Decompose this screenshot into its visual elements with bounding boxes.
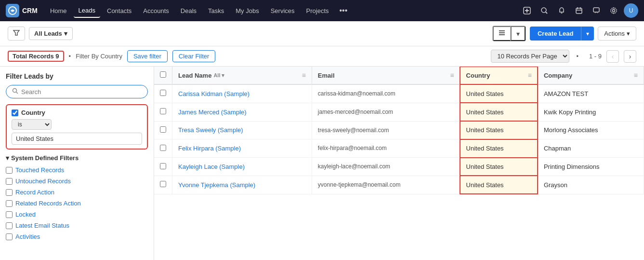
lead-name-link[interactable]: Carissa Kidman (Sample)	[178, 90, 250, 97]
system-filter-touched: Touched Records	[6, 164, 148, 176]
add-icon[interactable]	[520, 3, 534, 18]
view-toggle: ▾	[492, 26, 526, 41]
row-checkbox-cell	[154, 84, 172, 103]
create-lead-button[interactable]: Create Lead	[530, 27, 581, 41]
row-checkbox[interactable]	[160, 163, 166, 169]
system-filter-email-status: Latest Email Status	[6, 220, 148, 231]
record-action-label[interactable]: Record Action	[15, 189, 54, 196]
logo-text: CRM	[22, 7, 38, 14]
row-checkbox-cell	[154, 139, 172, 158]
clear-filter-button[interactable]: Clear Filter	[172, 50, 216, 62]
row-checkbox[interactable]	[160, 108, 166, 114]
nav-projects[interactable]: Projects	[302, 4, 334, 17]
nav-services[interactable]: Services	[266, 4, 300, 17]
system-filters-title: ▾ System Defined Filters	[6, 154, 148, 162]
search-icon[interactable]	[537, 3, 552, 18]
table-body: Carissa Kidman (Sample) carissa-kidman@n…	[154, 84, 644, 194]
row-lead-name-cell: Felix Hirpara (Sample)	[172, 139, 312, 158]
activities-label[interactable]: Activities	[15, 233, 40, 240]
lead-name-link[interactable]: Tresa Sweely (Sample)	[178, 126, 243, 134]
nav-icons-group: U	[520, 3, 638, 18]
locked-checkbox[interactable]	[6, 211, 13, 218]
row-email-cell: carissa-kidman@noemail.com	[312, 84, 460, 103]
company-col-menu-icon[interactable]: ≡	[634, 71, 638, 79]
touched-records-label[interactable]: Touched Records	[15, 166, 64, 174]
touched-records-checkbox[interactable]	[6, 167, 13, 174]
country-col-menu-icon[interactable]: ≡	[528, 71, 532, 79]
row-checkbox[interactable]	[160, 181, 166, 187]
row-email-cell: felix-hirpara@noemail.com	[312, 139, 460, 158]
row-checkbox[interactable]	[160, 145, 166, 151]
nav-more[interactable]: •••	[336, 3, 352, 18]
email-value: kayleigh-lace@noemail.com	[318, 163, 390, 170]
nav-accounts[interactable]: Accounts	[138, 4, 173, 17]
row-checkbox[interactable]	[160, 90, 166, 96]
chat-icon[interactable]	[589, 3, 604, 18]
row-country-cell: United States	[460, 121, 538, 139]
filter-button[interactable]	[8, 27, 25, 41]
calendar-icon[interactable]	[572, 3, 586, 18]
email-value: felix-hirpara@noemail.com	[318, 145, 387, 151]
activities-checkbox[interactable]	[6, 233, 13, 240]
untouched-records-checkbox[interactable]	[6, 178, 13, 185]
list-view-button[interactable]	[493, 26, 511, 41]
actions-button[interactable]: Actions ▾	[598, 27, 636, 41]
system-filter-locked: Locked	[6, 209, 148, 220]
row-checkbox[interactable]	[160, 126, 166, 133]
related-records-checkbox[interactable]	[6, 200, 13, 207]
create-lead-dropdown-button[interactable]: ▾	[581, 27, 594, 41]
email-col-menu-icon[interactable]: ≡	[450, 71, 454, 79]
email-status-label[interactable]: Latest Email Status	[15, 222, 69, 229]
lead-name-col-menu-icon[interactable]: ≡	[302, 71, 306, 79]
lead-name-col-label: Lead Name	[178, 72, 211, 79]
logo-icon	[6, 4, 19, 17]
country-value: United States	[466, 145, 504, 152]
email-status-checkbox[interactable]	[6, 222, 13, 229]
total-records-badge: Total Records 9	[8, 51, 64, 62]
header-country: Country ≡	[460, 67, 538, 84]
lead-name-link[interactable]: Yvonne Tjepkema (Sample)	[178, 181, 255, 189]
row-country-cell: United States	[460, 176, 538, 194]
record-action-checkbox[interactable]	[6, 189, 13, 196]
nav-leads[interactable]: Leads	[74, 4, 100, 18]
select-all-checkbox[interactable]	[160, 71, 166, 78]
lead-name-link[interactable]: Kayleigh Lace (Sample)	[178, 163, 245, 170]
country-filter-checkbox[interactable]	[12, 109, 18, 116]
per-page-select[interactable]: 10 Records Per Page 20 Records Per Page …	[491, 50, 569, 63]
nav-deals[interactable]: Deals	[176, 4, 201, 17]
filter-search-input[interactable]	[21, 88, 142, 96]
notification-icon[interactable]	[554, 3, 569, 18]
related-records-label[interactable]: Related Records Action	[15, 200, 81, 207]
settings-icon[interactable]	[606, 3, 621, 18]
grid-view-button[interactable]: ▾	[511, 26, 526, 41]
untouched-records-label[interactable]: Untouched Records	[15, 178, 71, 185]
save-filter-button[interactable]: Save filter	[127, 50, 168, 62]
country-filter-row: Country	[12, 109, 142, 116]
prev-page-button[interactable]: ‹	[606, 50, 619, 63]
company-value: AMAZON TEST	[544, 90, 588, 97]
row-lead-name-cell: Yvonne Tjepkema (Sample)	[172, 176, 312, 194]
nav-myjobs[interactable]: My Jobs	[231, 4, 263, 17]
nav-contacts[interactable]: Contacts	[102, 4, 136, 17]
row-company-cell: AMAZON TEST	[538, 84, 644, 103]
header-email: Email ≡	[312, 67, 460, 84]
row-company-cell: Printing Dimensions	[538, 158, 644, 176]
nav-tasks[interactable]: Tasks	[203, 4, 229, 17]
company-value: Grayson	[544, 181, 567, 189]
search-box-icon	[12, 88, 18, 96]
country-operator-select[interactable]: is is not contains	[12, 119, 52, 130]
all-leads-button[interactable]: All Leads ▾	[29, 27, 73, 40]
row-company-cell: Grayson	[538, 176, 644, 194]
logo[interactable]: CRM	[6, 4, 38, 17]
user-avatar[interactable]: U	[624, 3, 638, 18]
next-page-button[interactable]: ›	[624, 50, 636, 63]
header-checkbox-col	[154, 67, 172, 84]
row-country-cell: United States	[460, 139, 538, 158]
locked-label[interactable]: Locked	[15, 211, 36, 218]
lead-name-link[interactable]: James Merced (Sample)	[178, 109, 247, 116]
country-value-input[interactable]	[12, 133, 142, 145]
row-lead-name-cell: James Merced (Sample)	[172, 103, 312, 121]
email-value: yvonne-tjepkema@noemail.com	[318, 181, 401, 188]
lead-name-link[interactable]: Felix Hirpara (Sample)	[178, 145, 241, 152]
nav-home[interactable]: Home	[45, 4, 72, 17]
